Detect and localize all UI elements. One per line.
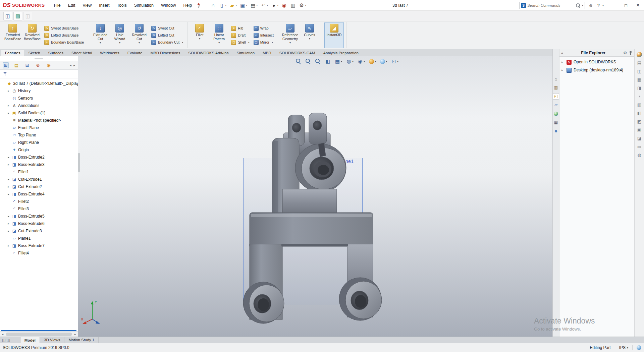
command-tab[interactable]: SOLIDWORKS Add-Ins xyxy=(184,50,232,56)
help-dropdown-arrow-icon[interactable]: ▾ xyxy=(602,4,604,7)
menu-item[interactable]: Edit xyxy=(65,2,78,9)
expand-arrow-icon[interactable] xyxy=(7,104,10,107)
command-tab[interactable]: Features xyxy=(1,50,24,56)
ribbon-button[interactable]: Intersect xyxy=(253,33,275,38)
manager-tab[interactable] xyxy=(24,62,30,68)
right-dock-icon[interactable] xyxy=(636,118,643,125)
right-dock-icon[interactable] xyxy=(636,51,643,58)
expand-arrow-icon[interactable] xyxy=(7,156,10,159)
ribbon-button[interactable]: Boundary Boss/Base xyxy=(43,40,85,45)
ribbon-button[interactable]: Linear Pattern xyxy=(209,22,229,48)
expand-arrow-icon[interactable] xyxy=(7,222,10,225)
expand-arrow-icon[interactable] xyxy=(7,244,10,247)
feature-tree-item[interactable]: Material <not specified> xyxy=(0,117,78,124)
ribbon-button[interactable]: Fillet xyxy=(190,22,209,48)
expand-arrow-icon[interactable] xyxy=(7,89,10,93)
feature-tree-item[interactable]: Fillet1 xyxy=(0,168,78,176)
headsup-button[interactable] xyxy=(334,58,343,65)
quick-access-button[interactable] xyxy=(298,1,307,9)
task-pane-tab[interactable] xyxy=(553,94,559,99)
feature-tree-item[interactable]: Boss-Extrude6 xyxy=(0,220,78,227)
feature-tree-item[interactable]: Plane1 xyxy=(0,235,78,242)
feature-tree-item[interactable]: Cut-Extrude2 xyxy=(0,183,78,190)
right-dock-icon[interactable] xyxy=(636,152,643,159)
menu-item[interactable]: Insert xyxy=(96,2,112,9)
window-tile-icon[interactable] xyxy=(6,338,10,342)
ribbon-button[interactable]: Hole Wizard xyxy=(110,22,129,48)
feature-tree-item[interactable]: Cut-Extrude3 xyxy=(0,227,78,235)
quick-access-button[interactable] xyxy=(228,1,238,9)
tree-horizontal-scrollbar[interactable]: ◂ ▸ xyxy=(0,331,78,337)
menu-item[interactable]: File xyxy=(51,2,64,9)
feature-tree-item[interactable]: Boss-Extrude4 xyxy=(0,190,78,198)
feature-tree-item[interactable]: Fillet3 xyxy=(0,205,78,213)
feature-tree-item[interactable]: Sensors xyxy=(0,95,78,102)
scroll-left-icon[interactable]: ◂ xyxy=(0,333,5,336)
expand-arrow-icon[interactable] xyxy=(7,163,10,166)
ribbon-button[interactable]: Swept Cut xyxy=(150,25,184,31)
feature-tree-item[interactable]: History xyxy=(0,87,78,95)
panel-splitter[interactable] xyxy=(78,56,80,337)
expand-arrow-icon[interactable] xyxy=(7,215,10,218)
quick-access-button[interactable] xyxy=(218,1,227,9)
scrollbar-thumb[interactable] xyxy=(6,333,72,336)
menu-item[interactable]: Tools xyxy=(114,2,129,9)
headsup-button[interactable] xyxy=(295,58,302,65)
ribbon-button[interactable]: Rib xyxy=(230,25,250,31)
command-tab[interactable]: SOLIDWORKS CAM xyxy=(275,50,319,56)
feature-tree-item[interactable]: Origin xyxy=(0,146,78,154)
headsup-button[interactable] xyxy=(314,58,322,65)
ribbon-button[interactable]: Instant3D xyxy=(324,22,344,48)
command-tab[interactable]: Surfaces xyxy=(44,50,67,56)
headsup-button[interactable] xyxy=(305,58,312,65)
toolbar-button[interactable] xyxy=(13,12,22,20)
menu-item[interactable]: Simulation xyxy=(131,2,157,9)
expand-arrow-icon[interactable] xyxy=(7,192,10,196)
search-dropdown-arrow-icon[interactable]: ▾ xyxy=(582,4,583,7)
document-view-tab[interactable]: 3D Views xyxy=(40,337,64,343)
expand-arrow-icon[interactable] xyxy=(7,185,10,188)
expand-arrow-icon[interactable] xyxy=(7,229,10,233)
feature-tree-item[interactable]: Cut-Extrude1 xyxy=(0,176,78,183)
menu-item[interactable]: Help xyxy=(180,2,195,9)
headsup-button[interactable] xyxy=(357,58,366,65)
quick-access-button[interactable] xyxy=(280,1,288,9)
feature-tree-item[interactable]: Annotations xyxy=(0,102,78,109)
plane1-frame[interactable] xyxy=(243,158,363,305)
ribbon-button[interactable]: Reference Geometry xyxy=(280,22,300,48)
command-tab[interactable]: MBD Dimensions xyxy=(146,50,184,56)
status-globe-icon[interactable] xyxy=(637,345,641,350)
window-cascade-icon[interactable] xyxy=(2,338,5,342)
panel-scroll-right-icon[interactable]: ▸ xyxy=(73,63,75,67)
file-explorer-item[interactable]: Open in SOLIDWORKS xyxy=(559,58,634,66)
headsup-button[interactable] xyxy=(379,58,388,65)
minimize-button[interactable] xyxy=(608,0,620,11)
user-account-icon[interactable]: ☻ xyxy=(587,3,595,8)
feature-tree-item[interactable]: Boss-Extrude5 xyxy=(0,213,78,220)
feature-tree-item[interactable]: Fillet2 xyxy=(0,198,78,205)
scroll-right-icon[interactable]: ▸ xyxy=(72,333,78,336)
expand-arrow-icon[interactable] xyxy=(7,178,10,181)
ribbon-button[interactable]: Revolved Boss/Base xyxy=(22,22,42,48)
task-pane-tab[interactable] xyxy=(553,85,559,91)
help-button[interactable]: ? xyxy=(597,3,600,8)
command-tab[interactable]: Weldments xyxy=(96,50,123,56)
search-magnifier-icon[interactable] xyxy=(576,3,581,8)
right-dock-icon[interactable] xyxy=(636,127,643,133)
ribbon-button[interactable]: Boundary Cut xyxy=(150,40,184,45)
ribbon-button[interactable]: Draft xyxy=(230,33,250,38)
quick-access-button[interactable] xyxy=(249,1,259,9)
task-pane-options-gear-icon[interactable]: ⚙ xyxy=(623,51,627,55)
right-dock-icon[interactable] xyxy=(636,93,643,100)
status-units-text[interactable]: IPS xyxy=(619,345,626,350)
ribbon-button[interactable]: Revolved Cut xyxy=(129,22,149,48)
right-dock-icon[interactable] xyxy=(636,60,643,66)
menu-item[interactable]: Window xyxy=(158,2,179,9)
file-explorer-item[interactable]: Desktop (desktop-nm189t4) xyxy=(559,66,634,74)
search-input[interactable] xyxy=(527,3,574,7)
task-pane-pin-icon[interactable] xyxy=(629,51,633,55)
right-dock-icon[interactable] xyxy=(636,143,643,150)
feature-tree-item[interactable]: Boss-Extrude7 xyxy=(0,242,78,249)
command-tab[interactable]: Simulation xyxy=(232,50,259,56)
collapse-chevrons-icon[interactable]: « xyxy=(561,51,563,55)
